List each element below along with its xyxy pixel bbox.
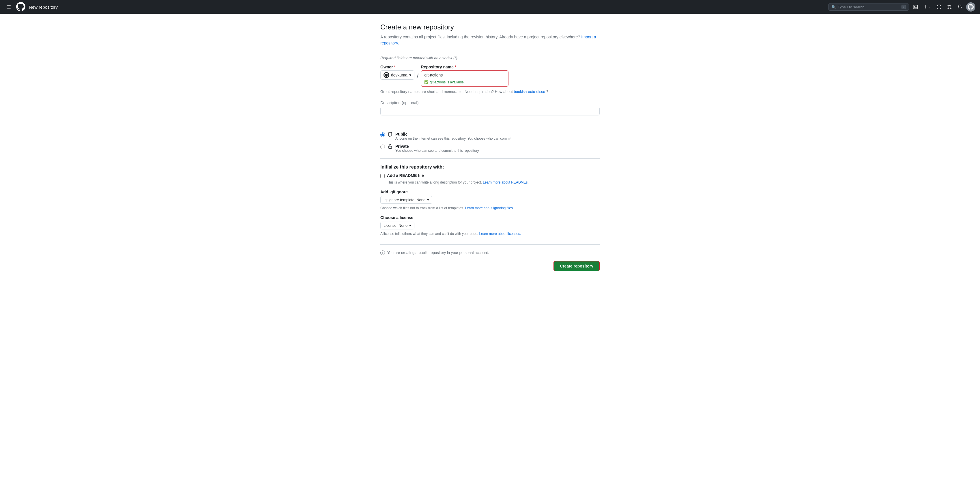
visibility-divider <box>380 127 600 127</box>
init-title: Initialize this repository with: <box>380 164 600 170</box>
app-header: New repository 🔍 Type / to search / <box>0 0 980 14</box>
repo-name-input[interactable] <box>421 71 508 79</box>
search-placeholder: Type / to search <box>838 5 902 9</box>
issues-button[interactable] <box>935 3 943 10</box>
public-icon <box>388 132 393 138</box>
required-note: Required fields are marked with an aster… <box>380 56 600 60</box>
info-icon: i <box>380 250 385 255</box>
search-kbd: / <box>902 5 906 9</box>
owner-repo-row: Owner * devkuma ▾ / Repository name * <box>380 65 600 87</box>
license-link[interactable]: Learn more about licenses. <box>479 232 521 236</box>
search-icon: 🔍 <box>831 5 836 9</box>
page-title: Create a new repository <box>380 23 600 31</box>
private-option: Private You choose who can see and commi… <box>380 144 600 153</box>
repo-name-box: ✅ git-actions is available. <box>421 70 509 87</box>
owner-field-group: Owner * devkuma ▾ <box>380 65 414 80</box>
public-option: Public Anyone on the internet can see th… <box>380 132 600 140</box>
repo-name-field-group: Repository name * ✅ git-actions is avail… <box>421 65 509 87</box>
form-container: Create a new repository A repository con… <box>380 23 600 271</box>
slash-separator: / <box>417 65 419 80</box>
readme-row: Add a README file <box>380 173 600 178</box>
readme-link[interactable]: Learn more about READMEs. <box>483 180 529 185</box>
license-select[interactable]: License: None ▾ <box>380 222 414 229</box>
owner-select[interactable]: devkuma ▾ <box>380 70 414 80</box>
suggestion-link[interactable]: bookish-octo-disco <box>514 89 545 94</box>
terminal-button[interactable] <box>911 3 920 10</box>
license-title: Choose a license <box>380 215 600 220</box>
description-field-group: Description (optional) <box>380 100 600 123</box>
desc-label: Description (optional) <box>380 100 600 105</box>
license-desc: A license tells others what they can and… <box>380 231 600 236</box>
readme-desc: This is where you can write a long descr… <box>387 180 600 185</box>
repo-name-label: Repository name * <box>421 65 509 69</box>
user-avatar[interactable] <box>966 2 975 11</box>
public-text: Public Anyone on the internet can see th… <box>395 132 512 140</box>
owner-name: devkuma <box>391 73 407 77</box>
submit-row: Create repository <box>380 261 600 271</box>
inspiration-text: Great repository names are short and mem… <box>380 89 600 95</box>
readme-checkbox[interactable] <box>380 174 385 178</box>
gitignore-chevron-icon: ▾ <box>427 198 429 202</box>
owner-label: Owner * <box>380 65 414 69</box>
page-title-header: New repository <box>29 5 58 10</box>
license-chevron-icon: ▾ <box>409 223 411 228</box>
init-section: Initialize this repository with: Add a R… <box>380 158 600 236</box>
readme-label[interactable]: Add a README file <box>387 173 424 178</box>
check-icon: ✅ <box>424 80 428 84</box>
owner-avatar-icon <box>383 72 389 78</box>
search-box[interactable]: 🔍 Type / to search / <box>828 3 909 11</box>
github-logo[interactable] <box>16 2 25 12</box>
gitignore-select[interactable]: .gitignore template: None ▾ <box>380 196 432 204</box>
description-input[interactable] <box>380 107 600 115</box>
private-text: Private You choose who can see and commi… <box>395 144 480 153</box>
gitignore-title: Add .gitignore <box>380 189 600 194</box>
availability-message: ✅ git-actions is available. <box>421 79 508 86</box>
gitignore-desc: Choose which files not to track from a l… <box>380 205 600 211</box>
pullrequests-button[interactable] <box>945 3 953 10</box>
main-content: Create a new repository A repository con… <box>0 14 980 490</box>
private-radio[interactable] <box>380 145 385 149</box>
lock-icon <box>388 144 393 150</box>
info-notice: i You are creating a public repository i… <box>380 244 600 255</box>
hamburger-button[interactable] <box>5 3 13 10</box>
owner-chevron-icon: ▾ <box>409 73 411 77</box>
page-description: A repository contains all project files,… <box>380 34 600 46</box>
gitignore-link[interactable]: Learn more about ignoring files. <box>465 206 514 210</box>
notifications-button[interactable] <box>956 3 964 10</box>
create-repository-button[interactable]: Create repository <box>554 261 600 271</box>
plus-button[interactable] <box>922 3 933 10</box>
public-radio[interactable] <box>380 132 385 137</box>
